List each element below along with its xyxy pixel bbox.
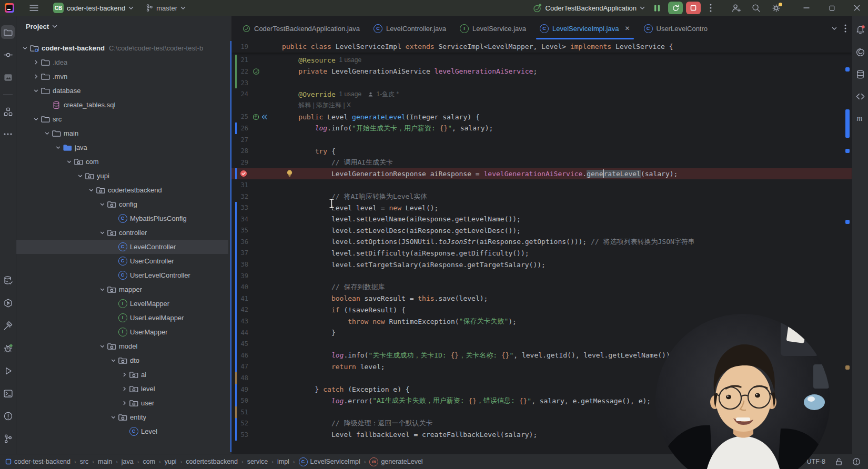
services-icon[interactable] [1,296,15,310]
tree-item-userlevelmapper[interactable]: IUserLevelMapper [16,311,228,325]
terminal-icon[interactable] [1,386,15,400]
tree-toggle-open-icon[interactable] [32,87,41,95]
tab-list-chevron-icon[interactable] [832,27,837,30]
lock-open-icon[interactable] [835,457,843,466]
build-icon[interactable] [1,319,15,332]
tree-item-levelmapper[interactable]: ILevelMapper [16,297,228,311]
code-text[interactable] [282,77,852,89]
stripe-mark[interactable] [845,149,850,153]
tree-item-usermapper[interactable]: IUserMapper [16,325,228,339]
tree-item-level[interactable]: CLevel [16,424,228,439]
tree-toggle-open-icon[interactable] [43,129,52,138]
breadcrumb-generatelevel[interactable]: mgenerateLevel [369,457,422,466]
run-configuration-widget[interactable]: CoderTestBackendApplication [528,1,649,15]
run-icon[interactable] [1,364,15,378]
tree-toggle-open-icon[interactable] [109,413,118,422]
tree-item-main[interactable]: main [16,126,228,140]
tree-item-usercontroller[interactable]: CUserController [16,254,228,268]
tree-toggle-open-icon[interactable] [32,115,41,124]
tree-toggle-open-icon[interactable] [98,200,107,209]
tab-codertestbackendapplication.java[interactable]: CoderTestBackendApplication.java [236,16,367,41]
vcs-branch-widget[interactable]: master [141,1,190,15]
tree-toggle-open-icon[interactable] [76,172,85,180]
tab-levelserviceimpl.java[interactable]: CLevelServiceImpl.java✕ [533,16,637,41]
database-icon[interactable] [1,273,15,287]
breadcrumb-yupi[interactable]: yupi [165,458,177,465]
tree-toggle-open-icon[interactable] [98,286,107,294]
tree-item-mapper[interactable]: mapper [16,282,228,297]
code-text[interactable] [282,179,852,191]
plugin-icon[interactable] [1,70,15,84]
panel-splitter[interactable] [228,16,231,454]
tree-item-entity[interactable]: entity [16,410,228,424]
problems-icon[interactable] [1,409,15,423]
tree-item-mybatisplusconfig[interactable]: CMybatisPlusConfig [16,211,228,226]
tree-toggle-open-icon[interactable] [87,186,96,195]
code-with-me-add-user-icon[interactable] [728,1,744,15]
tree-item-java[interactable]: java [16,140,228,155]
tree-item-.mvn[interactable]: .mvn [16,69,228,84]
window-close-button[interactable] [848,0,866,16]
code-text[interactable]: private LevelGenerationAiService levelGe… [282,66,852,77]
tree-toggle-open-icon[interactable] [109,356,118,365]
breadcrumb-java[interactable]: java [122,458,134,465]
tab-close-icon[interactable]: ✕ [624,25,630,32]
database-panel-icon[interactable] [853,67,867,81]
tree-item-userlevelcontroller[interactable]: CUserLevelController [16,268,228,282]
code-text[interactable]: level.setLevelDesc(aiResponse.getLevelDe… [282,225,852,237]
window-maximize-button[interactable] [823,0,841,16]
impl-gutter-icon[interactable] [253,114,259,120]
breadcrumb-main[interactable]: main [98,458,112,465]
code-text[interactable]: level.setDifficulty(aiResponse.getDiffic… [282,248,852,259]
maven-icon[interactable]: m [853,111,867,125]
file-encoding[interactable]: UTF-8 [807,458,825,465]
project-icon[interactable] [1,25,15,39]
tab-levelservice.java[interactable]: ILevelService.java [453,16,533,41]
code-text[interactable] [282,270,852,282]
tree-item-ai[interactable]: ai [16,368,228,382]
tree-item-coder-test-backend[interactable]: coder-test-backendC:\code\coder-test\cod… [16,41,228,55]
tree-item-user[interactable]: user [16,396,228,410]
tree-item-level[interactable]: level [16,382,228,396]
stripe-mark[interactable] [845,220,850,224]
bean-gutter-icon[interactable] [253,68,260,75]
tree-item-yupi[interactable]: yupi [16,169,228,183]
code-text[interactable]: @Resource 1 usage [282,55,852,66]
breadcrumb-impl[interactable]: impl [277,458,289,465]
code-text[interactable]: LevelGenerationResponse aiResponse = lev… [282,168,852,180]
rerun-button[interactable] [668,2,683,14]
more-tool-windows-icon[interactable] [1,127,15,141]
code-text[interactable]: level.setTargetSalary(aiResponse.getTarg… [282,259,852,270]
code-text[interactable]: // 保存到数据库 [282,281,852,293]
tree-item-.idea[interactable]: .idea [16,55,228,69]
commit-icon[interactable] [1,48,15,62]
tree-item-dto[interactable]: dto [16,353,228,368]
stop-button[interactable] [686,2,701,14]
version-control-icon[interactable] [1,432,15,445]
breadcrumb-coder-test-backend[interactable]: coder-test-backend [5,458,70,465]
code-text[interactable]: public class LevelServiceImpl extends Se… [282,41,852,53]
project-panel-header[interactable]: Project [16,16,228,37]
tab-levelcontroller.java[interactable]: CLevelController.java [367,16,453,41]
run-more-kebab-icon[interactable] [703,1,719,15]
code-text[interactable]: if (!saveResult) { [282,304,852,316]
pause-button[interactable] [649,1,665,15]
notifications-icon[interactable] [853,23,867,37]
code-text[interactable]: boolean saveResult = this.save(level); [282,293,852,304]
tree-item-config[interactable]: config [16,197,228,211]
tree-item-database[interactable]: database [16,84,228,98]
code-text[interactable]: level.setLevelName(aiResponse.getLevelNa… [282,213,852,225]
endpoints-icon[interactable] [853,89,867,103]
code-text[interactable]: // 调用AI生成关卡 [282,157,852,168]
tree-toggle-closed-icon[interactable] [120,371,129,379]
editor-error-stripe[interactable] [844,41,851,454]
window-minimize-button[interactable] [798,0,815,16]
tree-toggle-open-icon[interactable] [65,158,74,166]
stripe-mark[interactable] [845,109,850,138]
aig-gutter-icon[interactable] [261,114,268,120]
tree-item-codertestbackend[interactable]: codertestbackend [16,183,228,197]
intention-bulb-icon[interactable] [286,169,293,178]
code-text[interactable]: log.info("开始生成关卡，用户薪资: {}", salary); [282,123,852,134]
tree-toggle-open-icon[interactable] [98,342,107,351]
code-text[interactable]: 解释 | 添加注释 | X [282,100,852,111]
